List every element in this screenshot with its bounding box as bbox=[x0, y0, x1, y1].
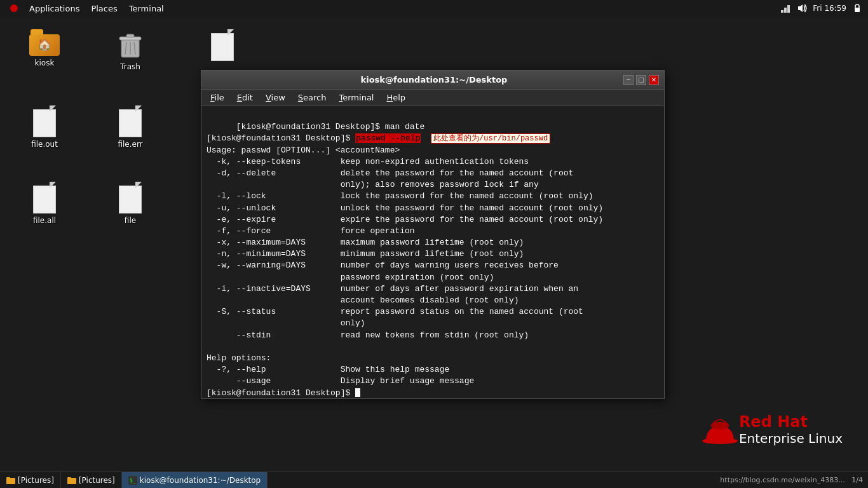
terminal-window: kiosk@foundation31:~/Desktop ─ □ ✕ File … bbox=[201, 70, 665, 399]
places-menu[interactable]: Places bbox=[86, 3, 122, 15]
top-bar-left: Applications Places Terminal bbox=[5, 3, 169, 15]
terminal-menu-top[interactable]: Terminal bbox=[124, 3, 169, 15]
svg-rect-1 bbox=[784, 8, 787, 13]
close-button[interactable]: ✕ bbox=[649, 75, 659, 85]
terminal-titlebar: kiosk@foundation31:~/Desktop ─ □ ✕ bbox=[201, 71, 664, 90]
menu-view[interactable]: View bbox=[259, 92, 292, 104]
folder-small-icon-2 bbox=[67, 476, 76, 485]
term-line-1: [kiosk@foundation31 Desktop]$ man date bbox=[236, 122, 424, 132]
redhat-hat-icon bbox=[701, 414, 731, 445]
menu-file[interactable]: File bbox=[204, 92, 231, 104]
terminal-menu-bar: File Edit View Search Terminal Help bbox=[201, 90, 664, 106]
desktop-icon-file-all[interactable]: file.all bbox=[19, 182, 70, 225]
taskbar-item-pictures-2[interactable]: [Pictures] bbox=[61, 472, 122, 488]
minimize-button[interactable]: ─ bbox=[623, 75, 634, 85]
term-output: Usage: passwd [OPTION...] <accountName> … bbox=[207, 146, 603, 398]
desktop-icon-trash[interactable]: Trash bbox=[105, 29, 156, 71]
taskbar-item-pictures-1[interactable]: [Pictures] bbox=[0, 472, 61, 488]
terminal-small-icon: $_ bbox=[128, 476, 137, 485]
top-menubar: Applications Places Terminal Fri 16:59 bbox=[0, 0, 868, 17]
desktop-icon-unnamed[interactable] bbox=[197, 29, 248, 61]
desktop-icon-file[interactable]: file bbox=[105, 182, 156, 225]
folder-small-icon bbox=[6, 476, 15, 485]
terminal-content[interactable]: [kiosk@foundation31 Desktop]$ man date [… bbox=[201, 106, 664, 398]
menu-search[interactable]: Search bbox=[292, 92, 333, 104]
menu-edit[interactable]: Edit bbox=[231, 92, 259, 104]
network-icon[interactable] bbox=[780, 3, 791, 14]
svg-rect-4 bbox=[855, 8, 860, 12]
redhat-logo: Red Hat Enterprise Linux bbox=[701, 413, 843, 446]
desktop-icon-file-out[interactable]: file.out bbox=[19, 105, 70, 149]
svg-marker-3 bbox=[798, 4, 803, 12]
svg-text:$_: $_ bbox=[130, 478, 136, 484]
svg-rect-2 bbox=[787, 5, 790, 13]
folder-icon: 🏠 bbox=[29, 29, 60, 56]
svg-rect-7 bbox=[126, 34, 134, 37]
term-line-2: [kiosk@foundation31 Desktop]$ passwd --h… bbox=[207, 133, 550, 143]
svg-rect-16 bbox=[67, 477, 71, 479]
desktop-icon-kiosk[interactable]: 🏠 kiosk bbox=[19, 29, 70, 67]
taskbar-right-info: https://blog.csdn.me/weixin_4383... 1/4 bbox=[715, 476, 868, 484]
redhat-logo-menu[interactable] bbox=[5, 3, 23, 13]
menu-terminal[interactable]: Terminal bbox=[333, 92, 381, 104]
lock-icon[interactable] bbox=[851, 3, 863, 14]
document-icon bbox=[209, 29, 236, 61]
svg-rect-14 bbox=[6, 477, 10, 479]
trash-icon bbox=[115, 29, 146, 60]
maximize-button[interactable]: □ bbox=[636, 75, 646, 85]
desktop: 🏠 kiosk Trash bbox=[0, 17, 868, 471]
document-icon bbox=[31, 182, 58, 214]
applications-menu[interactable]: Applications bbox=[24, 3, 85, 15]
datetime-label: Fri 16:59 bbox=[813, 4, 846, 13]
terminal-title: kiosk@foundation31:~/Desktop bbox=[361, 75, 508, 85]
redhat-brand-text: Red Hat Enterprise Linux bbox=[739, 413, 843, 446]
redhat-dot-icon bbox=[10, 4, 18, 12]
menu-help[interactable]: Help bbox=[380, 92, 412, 104]
taskbar-items: [Pictures] [Pictures] $_ kiosk@foundatio… bbox=[0, 472, 268, 488]
desktop-icon-file-err[interactable]: file.err bbox=[105, 105, 156, 149]
taskbar-item-terminal[interactable]: $_ kiosk@foundation31:~/Desktop bbox=[122, 472, 268, 488]
svg-rect-0 bbox=[781, 10, 783, 13]
terminal-window-controls: ─ □ ✕ bbox=[623, 75, 659, 85]
sound-icon[interactable] bbox=[796, 3, 808, 14]
bottom-taskbar: [Pictures] [Pictures] $_ kiosk@foundatio… bbox=[0, 471, 868, 488]
document-icon bbox=[117, 105, 144, 137]
document-icon bbox=[117, 182, 144, 214]
top-bar-right: Fri 16:59 bbox=[780, 3, 863, 14]
document-icon bbox=[31, 105, 58, 137]
